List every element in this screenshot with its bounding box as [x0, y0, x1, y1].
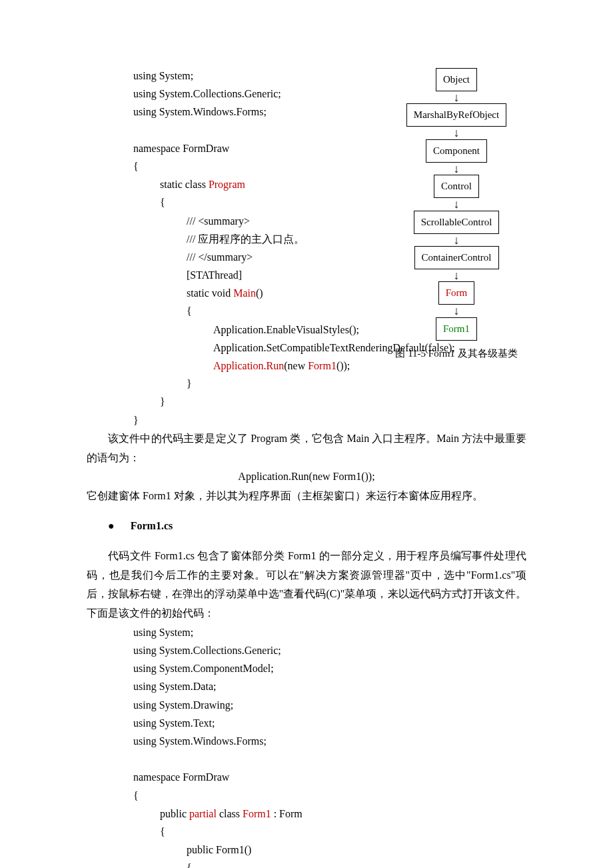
diagram-caption: 图 11-5 Form1 及其各级基类: [386, 345, 526, 363]
paragraph: 该文件中的代码主要是定义了 Program 类，它包含 Main 入口主程序。M…: [87, 429, 526, 468]
paragraph: 代码文件 Form1.cs 包含了窗体部分类 Form1 的一部分定义，用于程序…: [87, 547, 526, 623]
code-line: {: [133, 787, 526, 805]
code-line: using System.Collections.Generic;: [133, 641, 526, 659]
code-line: using System.Windows.Forms;: [133, 732, 526, 750]
arrow-down-icon: ↓: [386, 128, 526, 137]
code-snippet: Application.Run(new Form1());: [87, 467, 526, 487]
code-line: public Form1(): [133, 841, 526, 859]
diagram-node-marshalbyref: MarshalByRefObject: [406, 103, 506, 127]
arrow-down-icon: ↓: [386, 271, 526, 280]
code-line: }: [133, 411, 526, 429]
top-section: Object ↓ MarshalByRefObject ↓ Component …: [87, 67, 526, 429]
diagram-node-form1: Form1: [436, 317, 477, 341]
arrow-down-icon: ↓: [386, 235, 526, 245]
diagram-node-component: Component: [426, 139, 487, 163]
bullet-heading: Form1.cs: [108, 517, 526, 536]
class-hierarchy-diagram: Object ↓ MarshalByRefObject ↓ Component …: [386, 67, 526, 363]
code-line: using System.Data;: [133, 677, 526, 695]
code-line: using System.ComponentModel;: [133, 659, 526, 677]
arrow-down-icon: ↓: [386, 93, 526, 102]
arrow-down-icon: ↓: [386, 164, 526, 173]
code-line: namespace FormDraw: [133, 768, 526, 786]
arrow-down-icon: ↓: [386, 306, 526, 315]
form1-cs-code: using System; using System.Collections.G…: [133, 623, 526, 868]
diagram-node-form: Form: [438, 281, 475, 305]
diagram-node-control: Control: [434, 175, 479, 198]
code-line: public partial class Form1 : Form: [133, 805, 526, 823]
paragraph: 它创建窗体 Form1 对象，并以其为程序界面（主框架窗口）来运行本窗体应用程序…: [87, 487, 526, 506]
code-line: [133, 750, 526, 768]
code-line: using System.Text;: [133, 714, 526, 732]
diagram-node-scrollable: ScrollableControl: [414, 211, 500, 234]
diagram-node-object: Object: [436, 68, 477, 91]
code-line: {: [133, 823, 526, 841]
code-line: }: [133, 375, 526, 393]
code-line: using System.Drawing;: [133, 696, 526, 714]
diagram-node-container: ContainerControl: [414, 246, 499, 269]
code-line: using System;: [133, 623, 526, 641]
code-line: }: [133, 393, 526, 411]
code-line: {: [133, 859, 526, 868]
arrow-down-icon: ↓: [386, 199, 526, 209]
